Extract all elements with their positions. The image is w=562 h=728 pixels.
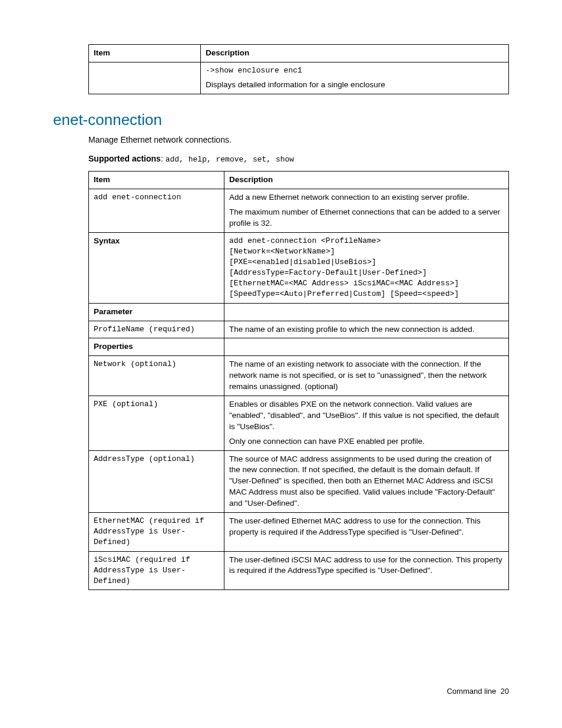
section-intro: Manage Ethernet network connections. bbox=[88, 135, 509, 144]
table-row: Properties bbox=[89, 338, 509, 356]
desc-line: The name of an existing profile to which… bbox=[229, 324, 504, 335]
col-header-item: Item bbox=[89, 171, 224, 189]
table-header-row: Item Description bbox=[89, 45, 509, 62]
cell-desc: ->show enclosure enc1 Displays detailed … bbox=[201, 62, 509, 94]
cell-desc: The name of an existing network to assoc… bbox=[224, 356, 509, 396]
cell-item-empty bbox=[89, 62, 201, 94]
section-title: enet-connection bbox=[53, 111, 509, 129]
table-row: EthernetMAC (required if AddressType is … bbox=[89, 513, 509, 552]
cell-item: add enet-connection bbox=[89, 189, 224, 232]
table-row: AddressType (optional)The source of MAC … bbox=[89, 450, 509, 512]
code-line: [PXE=<enabled|disabled|UseBios>] bbox=[229, 257, 504, 268]
table-header-row: Item Description bbox=[89, 171, 509, 189]
cell-item: PXE (optional) bbox=[89, 396, 224, 451]
cell-item: AddressType (optional) bbox=[89, 450, 224, 512]
cell-item: EthernetMAC (required if AddressType is … bbox=[89, 513, 224, 552]
supported-actions: add, help, remove, set, show bbox=[166, 155, 294, 164]
col-header-item: Item bbox=[89, 45, 201, 62]
cell-desc: The name of an existing profile to which… bbox=[224, 321, 509, 338]
desc-text: Displays detailed information for a sing… bbox=[206, 80, 504, 91]
desc-line: Only one connection can have PXE enabled… bbox=[229, 436, 504, 447]
table-row: Parameter bbox=[89, 303, 509, 321]
cell-item: ProfileName (required) bbox=[89, 321, 224, 338]
table-row: PXE (optional)Enables or disables PXE on… bbox=[89, 396, 509, 451]
cell-desc: The source of MAC address assignments to… bbox=[224, 450, 509, 512]
supported-actions-line: Supported actions: add, help, remove, se… bbox=[88, 154, 509, 164]
cell-desc bbox=[224, 303, 509, 321]
desc-line: Add a new Ethernet network connection to… bbox=[229, 192, 504, 203]
desc-line: The name of an existing network to assoc… bbox=[229, 359, 504, 393]
code-line: [EthernetMAC=<MAC Address> iScsiMAC=<MAC… bbox=[229, 278, 504, 289]
cell-desc: The user-defined iSCSI MAC address to us… bbox=[224, 551, 509, 590]
footer-page: 20 bbox=[501, 687, 509, 696]
content-area: Item Description ->show enclosure enc1 D… bbox=[88, 44, 509, 590]
page: Item Description ->show enclosure enc1 D… bbox=[0, 0, 562, 728]
desc-line: The user-defined iSCSI MAC address to us… bbox=[229, 555, 504, 577]
table-enclosure-example: Item Description ->show enclosure enc1 D… bbox=[88, 44, 509, 94]
desc-line: The user-defined Ethernet MAC address to… bbox=[229, 516, 504, 538]
col-header-desc: Description bbox=[201, 45, 509, 62]
cell-item: Properties bbox=[89, 338, 224, 356]
table-row: Network (optional)The name of an existin… bbox=[89, 356, 509, 396]
code-text: ->show enclosure enc1 bbox=[206, 65, 504, 76]
cell-item: Syntax bbox=[89, 232, 224, 303]
cell-desc bbox=[224, 338, 509, 356]
page-footer: Command line 20 bbox=[447, 687, 509, 696]
cell-desc: Enables or disables PXE on the network c… bbox=[224, 396, 509, 451]
code-line: [Network=<NetworkName>] bbox=[229, 246, 504, 257]
table-row: ProfileName (required)The name of an exi… bbox=[89, 321, 509, 338]
footer-label: Command line bbox=[447, 687, 496, 696]
cell-desc: The user-defined Ethernet MAC address to… bbox=[224, 513, 509, 552]
table-row: Syntaxadd enet-connection <ProfileName>[… bbox=[89, 232, 509, 303]
table-row: iScsiMAC (required if AddressType is Use… bbox=[89, 551, 509, 590]
table-enet-connection: Item Description add enet-connectionAdd … bbox=[88, 171, 509, 590]
cell-item: Parameter bbox=[89, 303, 224, 321]
desc-line: Enables or disables PXE on the network c… bbox=[229, 399, 504, 433]
code-line: add enet-connection <ProfileName> bbox=[229, 236, 504, 246]
col-header-desc: Description bbox=[224, 171, 509, 189]
cell-desc: Add a new Ethernet network connection to… bbox=[224, 189, 509, 232]
supported-label: Supported actions bbox=[88, 154, 161, 163]
desc-line: The maximum number of Ethernet connectio… bbox=[229, 207, 504, 229]
table-row: ->show enclosure enc1 Displays detailed … bbox=[89, 62, 509, 94]
cell-desc: add enet-connection <ProfileName>[Networ… bbox=[224, 232, 509, 303]
cell-item: iScsiMAC (required if AddressType is Use… bbox=[89, 551, 224, 590]
desc-line: The source of MAC address assignments to… bbox=[229, 454, 504, 509]
code-line: [SpeedType=<Auto|Preferred|Custom] [Spee… bbox=[229, 289, 504, 299]
code-line: [AddressType=Factory-Default|User-Define… bbox=[229, 268, 504, 278]
table-row: add enet-connectionAdd a new Ethernet ne… bbox=[89, 189, 509, 232]
cell-item: Network (optional) bbox=[89, 356, 224, 396]
